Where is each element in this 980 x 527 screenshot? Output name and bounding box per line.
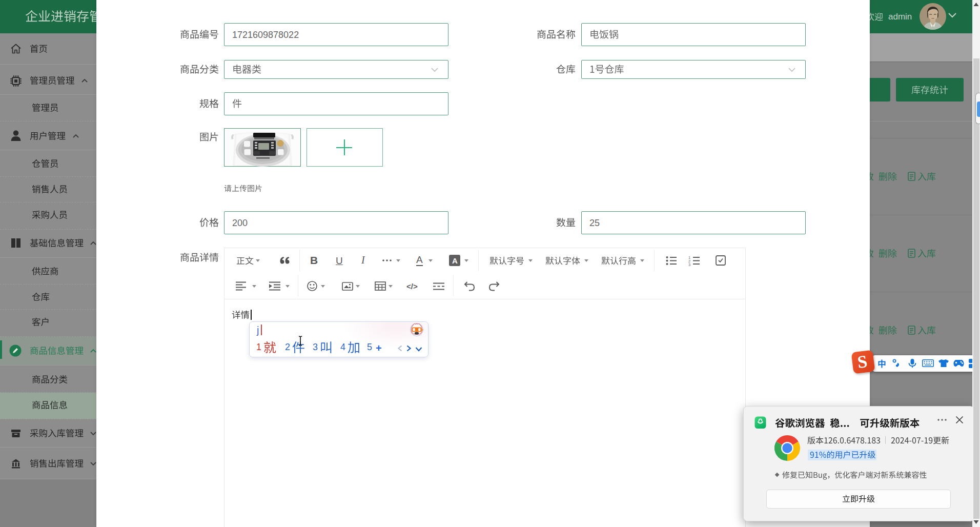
svg-text:3: 3 <box>688 262 690 267</box>
